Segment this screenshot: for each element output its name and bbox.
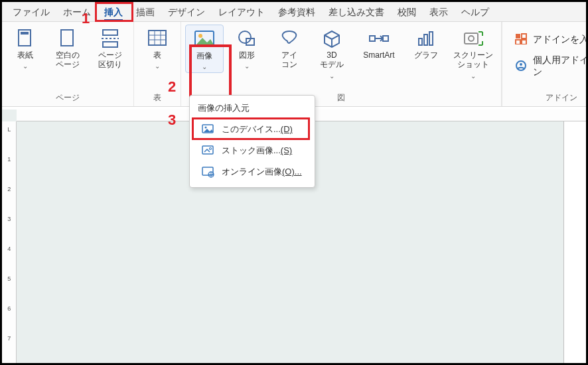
chevron-down-icon: ⌄ bbox=[471, 72, 476, 80]
tab-review[interactable]: 校閲 bbox=[391, 3, 423, 21]
svg-point-21 bbox=[469, 36, 474, 41]
insert-stock-image[interactable]: ストック画像...(S) bbox=[194, 141, 311, 161]
svg-rect-22 bbox=[516, 34, 520, 38]
group-tables-label: 表 bbox=[153, 91, 161, 105]
svg-rect-1 bbox=[21, 32, 29, 35]
chevron-down-icon: ⌄ bbox=[155, 62, 160, 70]
svg-rect-24 bbox=[516, 40, 520, 44]
insert-from-device[interactable]: このデバイス...(D) bbox=[194, 119, 311, 139]
pictures-icon bbox=[193, 29, 216, 49]
tab-insert[interactable]: 挿入 bbox=[98, 3, 129, 21]
pictures-dropdown-header: 画像の挿入元 bbox=[190, 98, 315, 118]
smartart-button[interactable]: SmartArt bbox=[355, 25, 403, 61]
screenshot-button[interactable]: スクリーン ショット ⌄ bbox=[449, 25, 497, 82]
my-addins-label: 個人用アドイン bbox=[533, 54, 588, 78]
svg-point-31 bbox=[210, 148, 212, 150]
chevron-down-icon: ⌄ bbox=[329, 72, 334, 80]
blank-page-label: 空白の ページ bbox=[56, 50, 80, 70]
chart-label: グラフ bbox=[414, 50, 438, 60]
smartart-label: SmartArt bbox=[363, 50, 394, 60]
online-image-icon bbox=[202, 166, 215, 178]
cube-icon bbox=[321, 29, 343, 48]
chart-button[interactable]: グラフ bbox=[407, 25, 445, 61]
cover-page-icon bbox=[14, 29, 37, 48]
shapes-icon bbox=[236, 29, 258, 48]
table-icon bbox=[146, 29, 169, 48]
3dmodel-label: 3D モデル bbox=[320, 50, 344, 70]
pictures-button[interactable]: 画像 ⌄ bbox=[185, 25, 224, 73]
tab-design[interactable]: デザイン bbox=[161, 3, 212, 21]
group-addins-label: アドイン bbox=[546, 91, 577, 105]
svg-rect-3 bbox=[103, 30, 117, 35]
svg-rect-20 bbox=[465, 33, 478, 44]
svg-rect-2 bbox=[61, 30, 73, 46]
tab-view[interactable]: 表示 bbox=[423, 3, 455, 21]
my-addins-button[interactable]: 個人用アドイン ⌄ bbox=[512, 50, 588, 82]
chart-icon bbox=[415, 29, 437, 48]
blank-page-icon bbox=[56, 29, 79, 48]
screenshot-label: スクリーン ショット bbox=[453, 50, 493, 70]
tab-home[interactable]: ホーム bbox=[56, 3, 98, 21]
smartart-icon bbox=[368, 29, 390, 48]
tab-draw[interactable]: 描画 bbox=[129, 3, 161, 21]
cover-page-button[interactable]: 表紙 ⌄ bbox=[6, 25, 44, 72]
insert-from-device-label: このデバイス...(D) bbox=[222, 123, 293, 135]
pictures-dropdown: 画像の挿入元 このデバイス...(D) ストック画像...(S) オンライン画像… bbox=[189, 95, 315, 188]
tab-layout[interactable]: レイアウト bbox=[212, 3, 271, 21]
pictures-label: 画像 bbox=[196, 51, 212, 60]
svg-rect-32 bbox=[202, 167, 213, 175]
icons-button[interactable]: アイ コン bbox=[270, 25, 309, 71]
insert-stock-image-label: ストック画像...(S) bbox=[222, 145, 292, 157]
svg-rect-15 bbox=[370, 36, 375, 41]
svg-rect-25 bbox=[522, 40, 526, 44]
page-break-icon bbox=[99, 29, 121, 48]
personal-addin-icon bbox=[514, 60, 528, 74]
3dmodel-button[interactable]: 3D モデル ⌄ bbox=[313, 25, 351, 82]
icons-icon bbox=[278, 29, 301, 48]
group-addins: アドインを入手 個人用アドイン ⌄ アドイン bbox=[502, 22, 588, 106]
svg-point-13 bbox=[239, 31, 251, 43]
tab-file[interactable]: ファイル bbox=[6, 3, 56, 21]
svg-rect-23 bbox=[522, 34, 526, 38]
group-pages-label: ページ bbox=[56, 91, 80, 105]
svg-point-12 bbox=[198, 34, 202, 38]
store-icon bbox=[514, 33, 528, 46]
cover-page-label: 表紙 bbox=[17, 50, 33, 60]
group-illustrations: 画像 ⌄ 図形 ⌄ アイ コン 3D モデル bbox=[181, 22, 502, 106]
svg-point-29 bbox=[205, 127, 207, 129]
table-label: 表 bbox=[153, 50, 161, 60]
svg-rect-18 bbox=[424, 35, 427, 45]
svg-rect-5 bbox=[103, 42, 117, 47]
svg-rect-6 bbox=[149, 31, 166, 45]
blank-page-button[interactable]: 空白の ページ bbox=[48, 25, 87, 71]
group-pages: 表紙 ⌄ 空白の ページ ページ 区切り ページ bbox=[2, 22, 134, 106]
group-tables: 表 ⌄ 表 bbox=[134, 22, 181, 106]
group-illustrations-label: 図 bbox=[337, 91, 345, 105]
ruler-vertical[interactable]: L 1 2 3 4 5 6 7 8 9 10 bbox=[2, 121, 17, 363]
ribbon: 表紙 ⌄ 空白の ページ ページ 区切り ページ bbox=[2, 22, 586, 107]
shapes-button[interactable]: 図形 ⌄ bbox=[228, 25, 266, 72]
get-addins-button[interactable]: アドインを入手 bbox=[512, 29, 588, 50]
chevron-down-icon: ⌄ bbox=[23, 62, 28, 70]
page-break-button[interactable]: ページ 区切り bbox=[91, 25, 129, 71]
document-page[interactable] bbox=[563, 121, 586, 363]
tab-references[interactable]: 参考資料 bbox=[271, 3, 322, 21]
get-addins-label: アドインを入手 bbox=[533, 34, 588, 46]
svg-rect-17 bbox=[419, 38, 422, 45]
stock-image-icon bbox=[202, 145, 215, 157]
insert-online-image-label: オンライン画像(O)... bbox=[222, 166, 302, 178]
tab-strip: ファイル ホーム 挿入 描画 デザイン レイアウト 参考資料 差し込み文書 校閲… bbox=[2, 2, 586, 22]
insert-online-image[interactable]: オンライン画像(O)... bbox=[194, 162, 311, 182]
shapes-label: 図形 bbox=[239, 50, 255, 60]
icons-label: アイ コン bbox=[281, 50, 297, 70]
tab-mailings[interactable]: 差し込み文書 bbox=[322, 3, 391, 21]
screenshot-icon bbox=[462, 29, 484, 48]
chevron-down-icon: ⌄ bbox=[244, 62, 250, 70]
chevron-down-icon: ⌄ bbox=[202, 63, 207, 71]
page-break-label: ページ 区切り bbox=[98, 50, 122, 70]
svg-point-27 bbox=[520, 63, 522, 66]
svg-rect-19 bbox=[429, 32, 433, 45]
table-button[interactable]: 表 ⌄ bbox=[138, 25, 177, 72]
device-picture-icon bbox=[202, 123, 215, 135]
tab-help[interactable]: ヘルプ bbox=[455, 3, 496, 21]
